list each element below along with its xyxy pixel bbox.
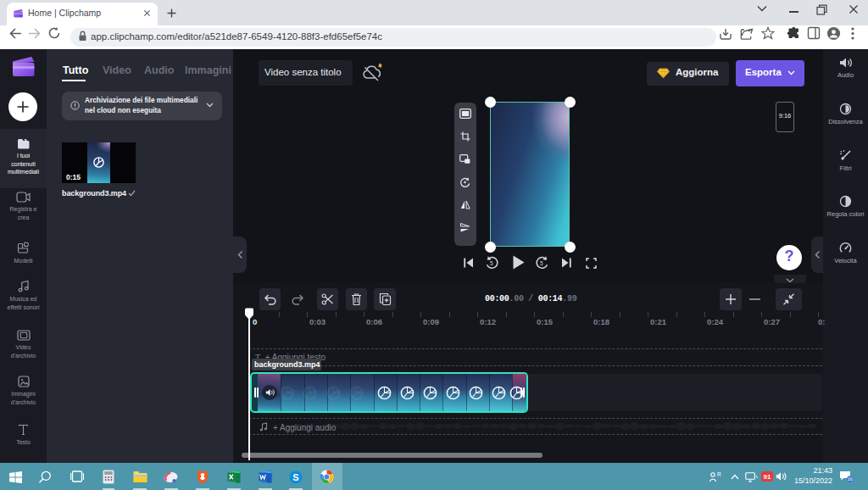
svg-text:16: 16 xyxy=(847,476,852,482)
svg-text:R: R xyxy=(717,471,721,477)
svg-text:S: S xyxy=(292,472,298,482)
svg-text:5: 5 xyxy=(540,260,543,266)
svg-text:5: 5 xyxy=(490,260,493,266)
